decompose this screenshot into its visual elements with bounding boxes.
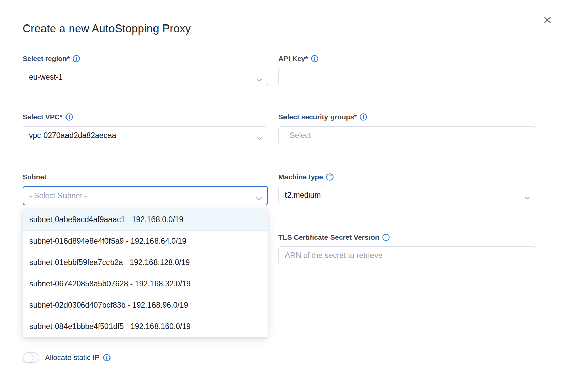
info-icon[interactable]	[311, 55, 318, 62]
machine-type-select[interactable]: t2.medium	[278, 186, 536, 204]
subnet-option[interactable]: subnet-016d894e8e4f0f5a9 - 192.168.64.0/…	[23, 231, 268, 252]
security-groups-select[interactable]: - Select -	[278, 126, 536, 144]
vpc-label-row: Select VPC*	[23, 113, 268, 121]
region-select[interactable]: eu-west-1	[23, 68, 268, 86]
dialog-title: Create a new AutoStopping Proxy	[23, 22, 191, 35]
subnet-option[interactable]: subnet-067420858a5b07628 - 192.168.32.0/…	[23, 273, 268, 295]
api-key-field[interactable]	[285, 68, 530, 86]
subnet-select[interactable]: - Select Subnet -	[23, 186, 268, 205]
field-subnet: Subnet - Select Subnet -	[23, 173, 268, 205]
subnet-dropdown-list: subnet-0abe9acd4af9aaac1 - 192.168.0.0/1…	[23, 209, 268, 337]
chevron-down-icon	[525, 193, 531, 197]
subnet-option[interactable]: subnet-02d0306d407bcf83b - 192.168.96.0/…	[23, 295, 268, 316]
security-groups-placeholder: - Select -	[285, 131, 316, 140]
info-icon[interactable]	[103, 354, 111, 361]
region-select-value: eu-west-1	[29, 72, 63, 82]
subnet-select-placeholder: - Select Subnet -	[29, 191, 87, 200]
subnet-label-row: Subnet	[23, 173, 268, 181]
field-api-key: API Key*	[278, 55, 536, 86]
chevron-down-icon	[256, 75, 262, 79]
close-icon	[543, 16, 552, 24]
security-groups-label: Select security groups*	[278, 113, 357, 121]
api-key-label-row: API Key*	[278, 55, 536, 63]
machine-type-value: t2.medium	[285, 191, 321, 200]
machine-type-label-row: Machine type	[278, 173, 536, 181]
static-ip-row: Allocate static IP	[23, 352, 111, 363]
info-icon[interactable]	[73, 55, 80, 62]
region-label: Select region*	[23, 55, 70, 63]
toggle-knob	[23, 353, 33, 363]
allocate-static-ip-toggle[interactable]	[23, 352, 39, 363]
chevron-down-icon	[256, 194, 262, 198]
tls-label-row: TLS Certificate Secret Version	[278, 233, 536, 241]
tls-label: TLS Certificate Secret Version	[278, 233, 379, 241]
field-tls-secret: TLS Certificate Secret Version	[278, 233, 536, 264]
subnet-label: Subnet	[23, 173, 46, 181]
tls-secret-field[interactable]	[285, 247, 530, 264]
api-key-label: API Key*	[278, 55, 308, 63]
info-icon[interactable]	[360, 113, 367, 121]
api-key-field-wrap	[278, 68, 536, 86]
close-button[interactable]	[542, 15, 553, 26]
chevron-down-icon	[256, 133, 262, 137]
info-icon[interactable]	[326, 173, 334, 181]
proxy-form: Select region* eu-west-1 Select VPC*	[23, 55, 536, 392]
tls-field-wrap	[278, 246, 536, 264]
allocate-static-ip-label: Allocate static IP	[45, 353, 100, 362]
subnet-option[interactable]: subnet-084e1bbbe4f501df5 - 192.168.160.0…	[23, 316, 268, 337]
vpc-select-value: vpc-0270aad2da82aecaa	[29, 131, 116, 140]
info-icon[interactable]	[65, 113, 73, 121]
vpc-label: Select VPC*	[23, 113, 62, 121]
security-groups-label-row: Select security groups*	[278, 113, 536, 121]
machine-type-label: Machine type	[278, 173, 323, 181]
info-icon[interactable]	[382, 234, 390, 241]
static-ip-label-row: Allocate static IP	[45, 353, 111, 362]
field-security-groups: Select security groups* - Select -	[278, 113, 536, 144]
field-machine-type: Machine type t2.medium	[278, 173, 536, 204]
form-column-left: Select region* eu-west-1 Select VPC*	[23, 55, 268, 392]
field-region: Select region* eu-west-1	[23, 55, 268, 86]
subnet-option[interactable]: subnet-01ebbf59fea7ccb2a - 192.168.128.0…	[23, 252, 268, 274]
field-vpc: Select VPC* vpc-0270aad2da82aecaa	[23, 113, 268, 144]
region-label-row: Select region*	[23, 55, 268, 63]
form-column-right: API Key* Select security groups* - Selec…	[278, 55, 536, 392]
vpc-select[interactable]: vpc-0270aad2da82aecaa	[23, 126, 268, 144]
subnet-option[interactable]: subnet-0abe9acd4af9aaac1 - 192.168.0.0/1…	[23, 209, 268, 231]
